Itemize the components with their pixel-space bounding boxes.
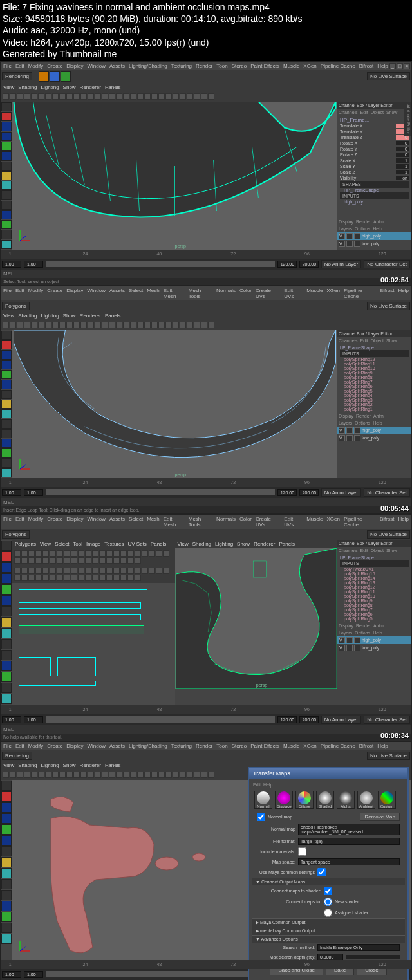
toolbar-icon[interactable] (187, 772, 193, 778)
tool-icon[interactable] (1, 879, 12, 889)
menu-item[interactable]: Help (373, 227, 382, 231)
input-node[interactable]: polySplitRing11 (340, 362, 409, 366)
menu-item[interactable]: Image (86, 541, 100, 547)
menu-item[interactable]: Anim (373, 414, 384, 418)
menu-item[interactable]: Help (373, 631, 382, 635)
menu-item[interactable]: Mesh Tools (189, 288, 212, 299)
toolbar-icon[interactable] (52, 772, 59, 778)
menu-item[interactable]: Channels (339, 110, 358, 115)
menu-item[interactable]: Panels (105, 763, 120, 768)
menu-item[interactable]: Edit (360, 548, 368, 553)
toolbar-icon[interactable] (28, 575, 35, 581)
menu-item[interactable]: Muscle (283, 743, 299, 749)
menu-item[interactable]: Lighting (41, 84, 59, 90)
menu-item[interactable]: Create (47, 743, 62, 749)
toolbar-icon[interactable] (130, 93, 136, 100)
3d-canvas[interactable]: persp (12, 102, 337, 250)
menu-item[interactable]: Render (356, 414, 371, 418)
tool-icon[interactable] (1, 419, 12, 428)
input-node[interactable]: polySplitRing13 (340, 580, 409, 585)
tool-icon[interactable] (1, 584, 12, 595)
toolbar-icon[interactable] (165, 772, 172, 778)
toolbar-icon[interactable] (144, 772, 151, 778)
menu-item[interactable]: Show (63, 84, 76, 90)
menu-item[interactable]: Options (355, 631, 370, 635)
toolbar-icon[interactable] (127, 557, 134, 564)
toolbar-icon[interactable] (123, 93, 129, 100)
toolbar-icon[interactable] (187, 93, 193, 100)
menu-item[interactable]: Texturing (171, 63, 192, 69)
menu-item[interactable]: Bifrost (359, 63, 374, 69)
remove-map-button[interactable]: Remove Map (360, 813, 400, 821)
toolbar-icon[interactable] (21, 575, 28, 581)
menu-item[interactable]: Create (47, 288, 62, 299)
menu-item[interactable]: Anim (373, 624, 384, 628)
menu-item[interactable]: Pipeline Cache (344, 516, 376, 528)
toolbar-icon[interactable] (116, 93, 122, 100)
toolbar-icon[interactable] (85, 568, 91, 574)
menu-item[interactable]: Panels (105, 84, 120, 90)
layer-row[interactable]: Vlow_poly (337, 644, 411, 652)
toolbar-icon[interactable] (113, 550, 120, 557)
viewport-4[interactable]: Transfer Maps EditHelp NormalDisplaceDif… (1, 780, 411, 960)
toolbar-icon[interactable] (73, 772, 80, 778)
workspace-dropdown[interactable]: Rendering (2, 72, 32, 80)
menu-item[interactable]: Toon (216, 63, 227, 69)
toolbar-icon[interactable] (194, 93, 200, 100)
menu-item[interactable]: Shading (18, 313, 37, 319)
menu-item[interactable]: Window (88, 63, 106, 69)
tool-icon[interactable] (1, 890, 12, 900)
toolbar-icon[interactable] (173, 322, 179, 328)
toolbar-icon[interactable] (116, 772, 122, 778)
menu-item[interactable]: Renderer (80, 763, 101, 768)
tool-icon[interactable] (1, 350, 12, 359)
menu-item[interactable]: View (3, 313, 14, 319)
toolbar-icon[interactable] (10, 322, 16, 328)
menu-item[interactable]: Modify (28, 516, 44, 528)
menu-item[interactable]: Create (47, 63, 62, 69)
menu-item[interactable]: Renderer (80, 84, 101, 90)
tool-icon[interactable] (1, 857, 12, 867)
menu-item[interactable]: Lighting/Shading (129, 63, 167, 69)
map-type-normal[interactable]: Normal (254, 791, 272, 809)
toolbar-icon[interactable] (59, 322, 66, 328)
input-node[interactable]: polySplitRing6 (340, 384, 409, 389)
tool-icon[interactable] (1, 151, 12, 160)
menu-item[interactable]: Mesh Tools (189, 516, 212, 528)
toolbar-icon[interactable] (50, 557, 56, 564)
toolbar-icon[interactable] (28, 557, 35, 564)
live-surface[interactable]: No Live Surface (367, 72, 410, 80)
input-node[interactable]: polySplitRing12 (340, 585, 409, 589)
maya-common-section[interactable]: ▶ Maya Common Output (252, 918, 405, 927)
tool-icon[interactable] (1, 868, 12, 878)
toolbar-icon[interactable] (78, 557, 84, 564)
toolbar-icon[interactable] (35, 550, 42, 557)
menu-item[interactable]: Help (263, 782, 272, 787)
toolbar-icon[interactable] (61, 71, 71, 82)
toolbar-icon[interactable] (71, 557, 77, 564)
toolbar-icon[interactable] (35, 557, 42, 564)
tool-icon[interactable] (1, 132, 12, 141)
toolbar-icon[interactable] (88, 322, 94, 328)
menu-item[interactable]: Layers (339, 421, 352, 425)
toolbar-icon[interactable] (71, 550, 77, 557)
input-node[interactable]: polySplitRing14 (340, 576, 409, 580)
tool-icon[interactable] (1, 934, 12, 944)
3d-canvas[interactable]: persp (12, 330, 337, 478)
tool-icon[interactable] (1, 190, 12, 199)
menu-item[interactable]: Assets (109, 743, 125, 749)
toolbar-icon[interactable] (78, 575, 84, 581)
tool-icon[interactable] (1, 791, 12, 802)
menu-item[interactable]: Show (386, 338, 398, 343)
menu-item[interactable]: Channels (339, 338, 358, 343)
toolbar-icon[interactable] (42, 575, 49, 581)
toolbar-icon[interactable] (113, 557, 120, 564)
layer-row[interactable]: Vhigh_poly (337, 636, 411, 644)
menu-item[interactable]: Object (371, 338, 384, 343)
menu-item[interactable]: Select (55, 541, 69, 547)
toolbar-icon[interactable] (163, 568, 169, 574)
toolbar-icon[interactable] (3, 322, 9, 328)
toolbar-icon[interactable] (123, 322, 129, 328)
toolbar-icon[interactable] (201, 93, 207, 100)
menu-item[interactable]: Edit (360, 110, 368, 115)
